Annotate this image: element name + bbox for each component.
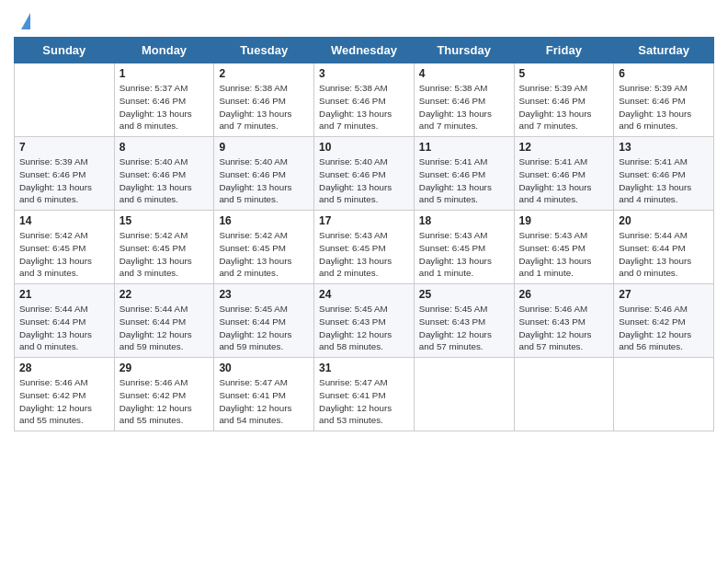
- calendar-cell: 13Sunrise: 5:41 AM Sunset: 6:46 PM Dayli…: [614, 137, 714, 211]
- day-number: 6: [619, 67, 709, 80]
- calendar-cell: 9Sunrise: 5:40 AM Sunset: 6:46 PM Daylig…: [214, 137, 314, 211]
- day-number: 13: [619, 141, 709, 154]
- day-info: Sunrise: 5:41 AM Sunset: 6:46 PM Dayligh…: [519, 155, 609, 206]
- day-info: Sunrise: 5:38 AM Sunset: 6:46 PM Dayligh…: [419, 82, 509, 132]
- day-info: Sunrise: 5:46 AM Sunset: 6:43 PM Dayligh…: [519, 303, 609, 353]
- day-info: Sunrise: 5:46 AM Sunset: 6:42 PM Dayligh…: [619, 303, 709, 353]
- day-info: Sunrise: 5:47 AM Sunset: 6:41 PM Dayligh…: [219, 376, 309, 427]
- day-info: Sunrise: 5:40 AM Sunset: 6:46 PM Dayligh…: [219, 155, 309, 206]
- day-number: 7: [19, 141, 109, 154]
- day-info: Sunrise: 5:43 AM Sunset: 6:45 PM Dayligh…: [319, 229, 409, 280]
- calendar-cell: 21Sunrise: 5:44 AM Sunset: 6:44 PM Dayli…: [15, 284, 115, 358]
- day-info: Sunrise: 5:41 AM Sunset: 6:46 PM Dayligh…: [419, 155, 509, 206]
- calendar-cell: 20Sunrise: 5:44 AM Sunset: 6:44 PM Dayli…: [614, 211, 714, 284]
- weekday-header-saturday: Saturday: [614, 38, 714, 63]
- day-number: 25: [419, 288, 509, 301]
- calendar-cell: [15, 63, 115, 137]
- day-info: Sunrise: 5:38 AM Sunset: 6:46 PM Dayligh…: [219, 82, 309, 132]
- day-number: 8: [119, 141, 210, 154]
- day-info: Sunrise: 5:40 AM Sunset: 6:46 PM Dayligh…: [319, 155, 409, 206]
- calendar-cell: 16Sunrise: 5:42 AM Sunset: 6:45 PM Dayli…: [214, 211, 314, 284]
- calendar-cell: 28Sunrise: 5:46 AM Sunset: 6:42 PM Dayli…: [15, 358, 115, 431]
- day-number: 27: [619, 288, 709, 301]
- calendar-cell: 30Sunrise: 5:47 AM Sunset: 6:41 PM Dayli…: [214, 358, 314, 431]
- calendar-cell: [514, 358, 614, 431]
- calendar-cell: 17Sunrise: 5:43 AM Sunset: 6:45 PM Dayli…: [314, 211, 415, 284]
- day-info: Sunrise: 5:42 AM Sunset: 6:45 PM Dayligh…: [219, 229, 309, 280]
- day-number: 30: [219, 362, 309, 374]
- calendar-table: SundayMondayTuesdayWednesdayThursdayFrid…: [14, 37, 714, 431]
- day-number: 4: [419, 67, 509, 80]
- day-info: Sunrise: 5:45 AM Sunset: 6:43 PM Dayligh…: [319, 303, 409, 353]
- calendar-cell: 10Sunrise: 5:40 AM Sunset: 6:46 PM Dayli…: [314, 137, 415, 211]
- day-info: Sunrise: 5:46 AM Sunset: 6:42 PM Dayligh…: [19, 376, 109, 427]
- day-number: 19: [519, 214, 609, 227]
- calendar-cell: 5Sunrise: 5:39 AM Sunset: 6:46 PM Daylig…: [514, 63, 614, 137]
- calendar-cell: 27Sunrise: 5:46 AM Sunset: 6:42 PM Dayli…: [614, 284, 714, 358]
- day-number: 18: [419, 214, 509, 227]
- calendar-cell: 12Sunrise: 5:41 AM Sunset: 6:46 PM Dayli…: [514, 137, 614, 211]
- day-number: 29: [119, 362, 210, 374]
- day-number: 2: [219, 67, 309, 80]
- day-info: Sunrise: 5:45 AM Sunset: 6:43 PM Dayligh…: [419, 303, 509, 353]
- day-number: 24: [319, 288, 409, 301]
- day-number: 22: [119, 288, 210, 301]
- day-number: 12: [519, 141, 609, 154]
- day-number: 28: [19, 362, 109, 374]
- day-info: Sunrise: 5:39 AM Sunset: 6:46 PM Dayligh…: [19, 155, 109, 206]
- day-info: Sunrise: 5:42 AM Sunset: 6:45 PM Dayligh…: [119, 229, 210, 280]
- day-number: 11: [419, 141, 509, 154]
- day-info: Sunrise: 5:47 AM Sunset: 6:41 PM Dayligh…: [319, 376, 409, 427]
- calendar-cell: 3Sunrise: 5:38 AM Sunset: 6:46 PM Daylig…: [314, 63, 415, 137]
- day-number: 3: [319, 67, 409, 80]
- calendar-cell: 25Sunrise: 5:45 AM Sunset: 6:43 PM Dayli…: [414, 284, 514, 358]
- day-number: 23: [219, 288, 309, 301]
- day-info: Sunrise: 5:43 AM Sunset: 6:45 PM Dayligh…: [519, 229, 609, 280]
- day-number: 5: [519, 67, 609, 80]
- calendar-cell: 26Sunrise: 5:46 AM Sunset: 6:43 PM Dayli…: [514, 284, 614, 358]
- day-info: Sunrise: 5:44 AM Sunset: 6:44 PM Dayligh…: [619, 229, 709, 280]
- calendar-cell: [414, 358, 514, 431]
- calendar-cell: 7Sunrise: 5:39 AM Sunset: 6:46 PM Daylig…: [15, 137, 115, 211]
- day-info: Sunrise: 5:42 AM Sunset: 6:45 PM Dayligh…: [19, 229, 109, 280]
- day-info: Sunrise: 5:38 AM Sunset: 6:46 PM Dayligh…: [319, 82, 409, 132]
- day-info: Sunrise: 5:44 AM Sunset: 6:44 PM Dayligh…: [119, 303, 210, 353]
- calendar-cell: [614, 358, 714, 431]
- day-number: 15: [119, 214, 210, 227]
- page-header: [14, 9, 714, 31]
- day-info: Sunrise: 5:45 AM Sunset: 6:44 PM Dayligh…: [219, 303, 309, 353]
- day-number: 16: [219, 214, 309, 227]
- day-info: Sunrise: 5:37 AM Sunset: 6:46 PM Dayligh…: [119, 82, 210, 132]
- weekday-header-sunday: Sunday: [15, 38, 115, 63]
- day-info: Sunrise: 5:44 AM Sunset: 6:44 PM Dayligh…: [19, 303, 109, 353]
- day-number: 10: [319, 141, 409, 154]
- calendar-cell: 1Sunrise: 5:37 AM Sunset: 6:46 PM Daylig…: [114, 63, 214, 137]
- calendar-cell: 23Sunrise: 5:45 AM Sunset: 6:44 PM Dayli…: [214, 284, 314, 358]
- calendar-cell: 24Sunrise: 5:45 AM Sunset: 6:43 PM Dayli…: [314, 284, 415, 358]
- calendar-cell: 15Sunrise: 5:42 AM Sunset: 6:45 PM Dayli…: [114, 211, 214, 284]
- day-number: 14: [19, 214, 109, 227]
- calendar-cell: 19Sunrise: 5:43 AM Sunset: 6:45 PM Dayli…: [514, 211, 614, 284]
- weekday-header-monday: Monday: [114, 38, 214, 63]
- weekday-header-thursday: Thursday: [414, 38, 514, 63]
- day-number: 26: [519, 288, 609, 301]
- calendar-cell: 2Sunrise: 5:38 AM Sunset: 6:46 PM Daylig…: [214, 63, 314, 137]
- day-number: 31: [319, 362, 409, 374]
- calendar-cell: 8Sunrise: 5:40 AM Sunset: 6:46 PM Daylig…: [114, 137, 214, 211]
- day-number: 1: [119, 67, 210, 80]
- day-info: Sunrise: 5:39 AM Sunset: 6:46 PM Dayligh…: [519, 82, 609, 132]
- calendar-cell: 11Sunrise: 5:41 AM Sunset: 6:46 PM Dayli…: [414, 137, 514, 211]
- day-info: Sunrise: 5:41 AM Sunset: 6:46 PM Dayligh…: [619, 155, 709, 206]
- day-info: Sunrise: 5:40 AM Sunset: 6:46 PM Dayligh…: [119, 155, 210, 206]
- day-number: 9: [219, 141, 309, 154]
- day-number: 20: [619, 214, 709, 227]
- weekday-header-wednesday: Wednesday: [314, 38, 415, 63]
- day-info: Sunrise: 5:39 AM Sunset: 6:46 PM Dayligh…: [619, 82, 709, 132]
- calendar-cell: 4Sunrise: 5:38 AM Sunset: 6:46 PM Daylig…: [414, 63, 514, 137]
- weekday-header-friday: Friday: [514, 38, 614, 63]
- day-number: 17: [319, 214, 409, 227]
- calendar-cell: 6Sunrise: 5:39 AM Sunset: 6:46 PM Daylig…: [614, 63, 714, 137]
- calendar-cell: 14Sunrise: 5:42 AM Sunset: 6:45 PM Dayli…: [15, 211, 115, 284]
- weekday-header-tuesday: Tuesday: [214, 38, 314, 63]
- calendar-cell: 31Sunrise: 5:47 AM Sunset: 6:41 PM Dayli…: [314, 358, 415, 431]
